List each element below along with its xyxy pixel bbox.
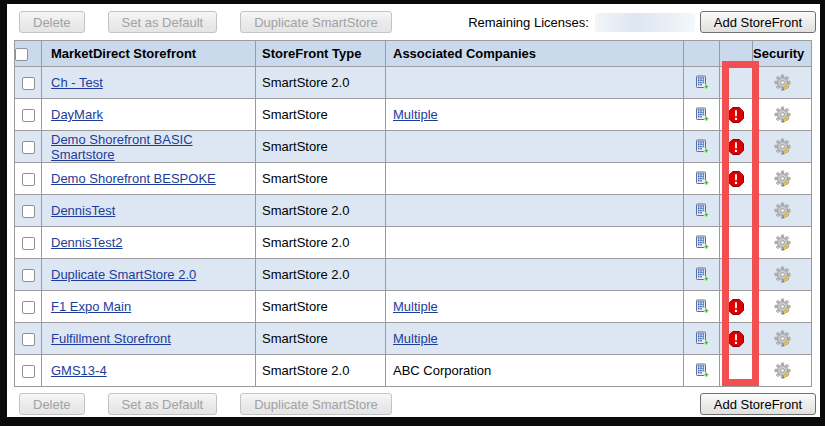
row-checkbox[interactable] <box>22 173 35 186</box>
security-edit-icon <box>774 202 791 219</box>
delete-button[interactable]: Delete <box>19 393 85 415</box>
column-header-storefront: MarketDirect Storefront <box>42 41 256 67</box>
delete-button[interactable]: Delete <box>19 11 85 33</box>
column-header-security: Security <box>753 41 812 67</box>
table-row: Duplicate SmartStore 2.0 SmartStore 2.0 <box>15 259 812 291</box>
add-company-icon <box>693 170 710 187</box>
storefront-link[interactable]: Duplicate SmartStore 2.0 <box>51 267 196 282</box>
storefront-table: MarketDirect Storefront StoreFront Type … <box>14 40 812 387</box>
storefront-link[interactable]: Ch - Test <box>51 75 103 90</box>
row-checkbox[interactable] <box>22 205 35 218</box>
associated-companies-link[interactable]: Multiple <box>393 107 438 122</box>
set-as-default-button[interactable]: Set as Default <box>108 393 218 415</box>
top-action-buttons: Delete Set as Default Duplicate SmartSto… <box>19 11 392 33</box>
storefront-link[interactable]: DennisTest2 <box>51 235 123 250</box>
security-edit-button[interactable] <box>774 362 791 379</box>
table-row: DennisTest SmartStore 2.0 <box>15 195 812 227</box>
remaining-licenses: Remaining Licenses: Add StoreFront <box>468 11 816 33</box>
row-checkbox[interactable] <box>22 237 35 250</box>
add-company-icon <box>693 202 710 219</box>
table-row: DayMark SmartStore Multiple <box>15 99 812 131</box>
security-edit-button[interactable] <box>774 202 791 219</box>
storefront-type: SmartStore 2.0 <box>256 67 386 99</box>
error-indicator-icon <box>728 107 744 123</box>
row-checkbox[interactable] <box>22 333 35 346</box>
column-header-blank1 <box>684 41 720 67</box>
storefront-type: SmartStore <box>256 323 386 355</box>
security-edit-button[interactable] <box>774 138 791 155</box>
security-edit-button[interactable] <box>774 170 791 187</box>
add-storefront-button[interactable]: Add StoreFront <box>700 393 816 415</box>
row-checkbox[interactable] <box>22 77 35 90</box>
remaining-licenses-label: Remaining Licenses: <box>468 15 589 30</box>
bottom-toolbar: Delete Set as Default Duplicate SmartSto… <box>19 392 816 416</box>
security-edit-button[interactable] <box>774 266 791 283</box>
add-company-icon <box>693 330 710 347</box>
security-edit-icon <box>774 330 791 347</box>
security-edit-icon <box>774 138 791 155</box>
storefront-list-window: Delete Set as Default Duplicate SmartSto… <box>0 0 825 426</box>
security-edit-button[interactable] <box>774 298 791 315</box>
storefront-link[interactable]: Demo Shorefront BESPOKE <box>51 171 216 186</box>
add-company-icon <box>693 138 710 155</box>
add-company-button[interactable] <box>693 202 710 219</box>
add-company-button[interactable] <box>693 106 710 123</box>
storefront-type: SmartStore 2.0 <box>256 195 386 227</box>
column-header-type: StoreFront Type <box>256 41 386 67</box>
table-row: Demo Shorefront BESPOKE SmartStore <box>15 163 812 195</box>
add-company-icon <box>693 266 710 283</box>
security-edit-icon <box>774 266 791 283</box>
associated-companies-link[interactable]: Multiple <box>393 331 438 346</box>
add-company-button[interactable] <box>693 74 710 91</box>
set-as-default-button[interactable]: Set as Default <box>108 11 218 33</box>
security-edit-icon <box>774 362 791 379</box>
security-edit-button[interactable] <box>774 74 791 91</box>
bottom-right-actions: Add StoreFront <box>700 393 816 415</box>
security-edit-icon <box>774 298 791 315</box>
table-row: F1 Expo Main SmartStore Multiple <box>15 291 812 323</box>
error-indicator-icon <box>728 299 744 315</box>
security-edit-icon <box>774 74 791 91</box>
storefront-type: SmartStore <box>256 131 386 163</box>
add-company-button[interactable] <box>693 330 710 347</box>
duplicate-smartstore-button[interactable]: Duplicate SmartStore <box>240 393 392 415</box>
add-company-button[interactable] <box>693 362 710 379</box>
column-header-blank2 <box>720 41 753 67</box>
add-company-button[interactable] <box>693 266 710 283</box>
row-checkbox[interactable] <box>22 109 35 122</box>
row-checkbox[interactable] <box>22 269 35 282</box>
add-storefront-button[interactable]: Add StoreFront <box>700 11 816 33</box>
error-indicator-icon <box>728 331 744 347</box>
storefront-link[interactable]: F1 Expo Main <box>51 299 131 314</box>
storefront-link[interactable]: DayMark <box>51 107 103 122</box>
storefront-link[interactable]: GMS13-4 <box>51 363 107 378</box>
add-company-button[interactable] <box>693 298 710 315</box>
bottom-action-buttons: Delete Set as Default Duplicate SmartSto… <box>19 393 392 415</box>
row-checkbox[interactable] <box>22 301 35 314</box>
row-checkbox[interactable] <box>22 141 35 154</box>
storefront-type: SmartStore 2.0 <box>256 355 386 387</box>
security-edit-button[interactable] <box>774 234 791 251</box>
security-edit-icon <box>774 170 791 187</box>
associated-companies-text: ABC Corporation <box>393 363 491 378</box>
table-header-row: MarketDirect Storefront StoreFront Type … <box>15 41 812 67</box>
storefront-link[interactable]: Fulfillment Storefront <box>51 331 171 346</box>
security-edit-button[interactable] <box>774 330 791 347</box>
add-company-button[interactable] <box>693 234 710 251</box>
add-company-button[interactable] <box>693 170 710 187</box>
storefront-type: SmartStore <box>256 291 386 323</box>
storefront-link[interactable]: Demo Shorefront BASIC Smartstore <box>51 132 193 162</box>
row-checkbox[interactable] <box>22 365 35 378</box>
security-edit-button[interactable] <box>774 106 791 123</box>
add-company-icon <box>693 362 710 379</box>
associated-companies-link[interactable]: Multiple <box>393 299 438 314</box>
add-company-button[interactable] <box>693 138 710 155</box>
top-toolbar: Delete Set as Default Duplicate SmartSto… <box>19 10 816 34</box>
duplicate-smartstore-button[interactable]: Duplicate SmartStore <box>240 11 392 33</box>
table-row: Demo Shorefront BASIC Smartstore SmartSt… <box>15 131 812 163</box>
error-indicator-icon <box>728 139 744 155</box>
table-row: Ch - Test SmartStore 2.0 <box>15 67 812 99</box>
add-company-icon <box>693 234 710 251</box>
select-all-checkbox[interactable] <box>15 48 28 61</box>
storefront-link[interactable]: DennisTest <box>51 203 115 218</box>
